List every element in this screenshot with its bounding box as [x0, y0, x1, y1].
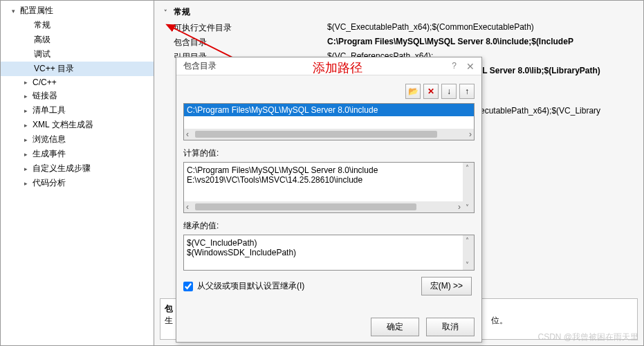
close-icon[interactable]: ✕ — [466, 61, 475, 72]
prop-group-general[interactable]: ˅ 常规 — [161, 3, 636, 21]
watermark: CSDN @我曾被困在雨天里 — [537, 331, 638, 343]
chevron-right-icon: ▸ — [21, 92, 30, 100]
chevron-right-icon: ▸ — [21, 150, 30, 158]
computed-line: C:\Program Files\MySQL\MySQL Server 8.0\… — [187, 165, 471, 175]
cancel-button[interactable]: 取消 — [426, 318, 475, 336]
chevron-down-icon: ▾ — [9, 7, 17, 15]
inherit-checkbox[interactable] — [183, 282, 193, 291]
chevron-right-icon: ▸ — [21, 78, 30, 86]
chevron-down-icon: ˅ — [161, 8, 169, 17]
tree-item-linker[interactable]: ▸链接器 — [1, 89, 154, 103]
tree-item-vcdirs[interactable]: VC++ 目录 — [1, 62, 154, 76]
group-title: 常规 — [174, 6, 190, 18]
config-tree: ▾ 配置属性 常规 高级 调试 VC++ 目录 ▸C/C++ ▸链接器 ▸清单工… — [1, 1, 154, 345]
horizontal-scrollbar[interactable] — [184, 129, 474, 140]
new-folder-button[interactable]: 📂 — [405, 84, 421, 99]
macro-button[interactable]: 宏(M) >> — [421, 277, 472, 295]
chevron-right-icon: ▸ — [21, 121, 30, 129]
arrow-down-icon: ↓ — [447, 86, 451, 96]
desc-line: 生 — [165, 316, 173, 325]
prop-row-includedir[interactable]: 包含目录 C:\Program Files\MySQL\MySQL Server… — [161, 35, 636, 50]
computed-line: E:\vs2019\VC\Tools\MSVC\14.25.28610\incl… — [187, 175, 471, 185]
tree-item-manifest[interactable]: ▸清单工具 — [1, 103, 154, 118]
delete-button[interactable]: ✕ — [423, 84, 439, 99]
inherited-line: $(VC_IncludePath) — [187, 238, 471, 248]
chevron-right-icon: ▸ — [21, 165, 30, 173]
tree-item-xmldoc[interactable]: ▸XML 文档生成器 — [1, 118, 154, 132]
desc-end: 位。 — [491, 316, 508, 325]
tree-item-general[interactable]: 常规 — [1, 18, 154, 33]
move-up-button[interactable]: ↑ — [459, 84, 475, 99]
list-item[interactable]: C:\Program Files\MySQL\MySQL Server 8.0\… — [184, 104, 474, 116]
tree-root[interactable]: ▾ 配置属性 — [1, 3, 154, 18]
computed-values-box[interactable]: C:\Program Files\MySQL\MySQL Server 8.0\… — [183, 162, 475, 213]
inherit-check-label: 从父级或项目默认设置继承(I) — [197, 280, 304, 292]
help-icon[interactable]: ? — [452, 61, 457, 72]
tree-item-advanced[interactable]: 高级 — [1, 33, 154, 47]
inherited-label: 继承的值: — [183, 220, 475, 232]
tree-item-buildevents[interactable]: ▸生成事件 — [1, 147, 154, 161]
tree-root-label: 配置属性 — [20, 5, 53, 17]
dialog-title: 包含目录 — [183, 60, 217, 72]
folder-icon: 📂 — [408, 86, 418, 96]
tree-item-custombuild[interactable]: ▸自定义生成步骤 — [1, 161, 154, 176]
list-toolbar: 📂 ✕ ↓ ↑ — [183, 81, 475, 103]
tree-item-codeanalysis[interactable]: ▸代码分析 — [1, 176, 154, 190]
computed-label: 计算的值: — [183, 147, 475, 159]
vertical-scrollbar[interactable] — [463, 235, 474, 270]
horizontal-scrollbar[interactable] — [184, 201, 463, 212]
chevron-right-icon: ▸ — [21, 107, 30, 115]
desc-title: 包 — [165, 304, 173, 313]
delete-icon: ✕ — [427, 86, 434, 96]
inherited-line: $(WindowsSDK_IncludePath) — [187, 248, 471, 257]
chevron-right-icon: ▸ — [21, 179, 30, 188]
include-dirs-dialog: 包含目录 ? ✕ 📂 ✕ ↓ ↑ C:\Program Files\MySQL\… — [176, 57, 482, 343]
ok-button[interactable]: 确定 — [371, 318, 419, 336]
scroll-thumb[interactable] — [195, 131, 437, 138]
arrow-up-icon: ↑ — [465, 86, 469, 96]
paths-listbox[interactable]: C:\Program Files\MySQL\MySQL Server 8.0\… — [183, 103, 475, 140]
inherited-values-box[interactable]: $(VC_IncludePath) $(WindowsSDK_IncludePa… — [183, 235, 475, 271]
scroll-thumb[interactable] — [195, 203, 416, 210]
prop-row-execdir[interactable]: 可执行文件目录 $(VC_ExecutablePath_x64);$(Commo… — [161, 21, 636, 35]
tree-item-ccpp[interactable]: ▸C/C++ — [1, 76, 154, 89]
chevron-right-icon: ▸ — [21, 136, 30, 144]
vertical-scrollbar[interactable] — [463, 163, 474, 212]
tree-item-debug[interactable]: 调试 — [1, 47, 154, 62]
dialog-titlebar: 包含目录 ? ✕ — [176, 57, 481, 75]
tree-item-browse[interactable]: ▸浏览信息 — [1, 132, 154, 147]
move-down-button[interactable]: ↓ — [441, 84, 457, 99]
